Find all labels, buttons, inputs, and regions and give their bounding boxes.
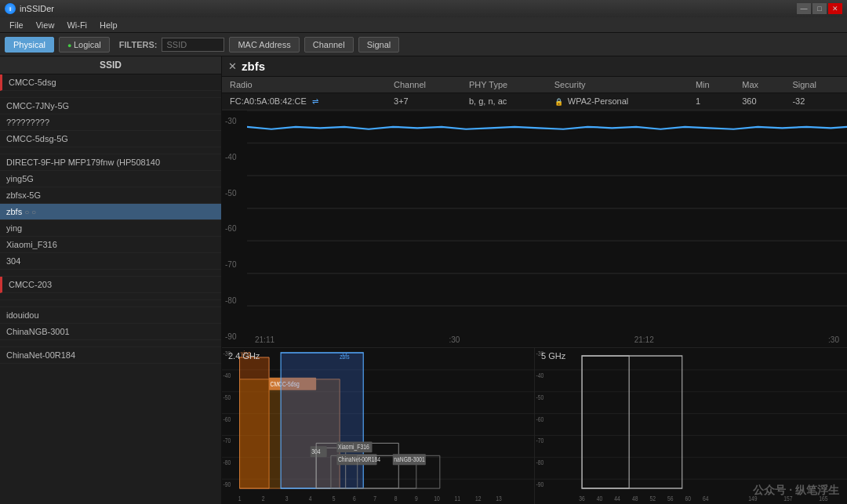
- connection-dots: ○ ○: [24, 208, 36, 216]
- svg-text:60: 60: [685, 495, 691, 502]
- menu-wifi[interactable]: Wi-Fi: [60, 19, 93, 31]
- list-item[interactable]: DIRECT-9F-HP MFP179fnw (HP508140: [0, 154, 221, 171]
- svg-text:7: 7: [373, 495, 376, 502]
- svg-text:naNGB-3001: naNGB-3001: [394, 455, 425, 463]
- svg-text:-40: -40: [224, 372, 231, 379]
- list-item[interactable]: [0, 91, 221, 98]
- signal-chart: -30 -40 -50 -60 -70 -80 -90: [222, 110, 847, 347]
- signal-svg: [247, 111, 847, 332]
- ssid-list[interactable]: CMCC-5dsg CMCC-7JNy-5G ????????? CMCC-5d…: [0, 74, 221, 504]
- svg-text:-70: -70: [536, 437, 544, 444]
- menu-file[interactable]: File: [3, 19, 30, 31]
- svg-text:56: 56: [667, 495, 674, 502]
- list-item[interactable]: ChinaNet-00R184: [0, 347, 221, 364]
- x-axis: 21:11 :30 21:12 :30: [247, 332, 847, 347]
- list-item[interactable]: [0, 293, 221, 300]
- window-controls: — □ ✕: [797, 3, 842, 14]
- detail-close-button[interactable]: ✕: [228, 60, 237, 72]
- filters-label: FILTERS:: [119, 40, 158, 49]
- spectrum-2-4-svg: -30 -40 -50 -60 -70 -80 -90 ying CMCC-5d…: [222, 348, 534, 504]
- col-min: Min: [688, 77, 734, 93]
- menu-help[interactable]: Help: [93, 19, 124, 31]
- cell-max: 360: [734, 93, 784, 110]
- detail-title: zbfs: [242, 60, 265, 73]
- filter-ssid-input[interactable]: [162, 38, 224, 52]
- spectrum-5ghz: 5 GHz -30 -40 -50 -60 -70 -80: [535, 348, 847, 504]
- svg-text:-40: -40: [536, 372, 544, 379]
- list-item[interactable]: ?????????: [0, 114, 221, 131]
- list-item[interactable]: [0, 147, 221, 154]
- list-item[interactable]: ChinaNGB-3001: [0, 324, 221, 340]
- cell-signal: -32: [784, 93, 847, 110]
- list-item[interactable]: [0, 300, 221, 307]
- svg-text:10: 10: [434, 495, 440, 502]
- svg-text:11: 11: [455, 495, 461, 502]
- list-item[interactable]: [0, 270, 221, 277]
- col-max: Max: [734, 77, 784, 93]
- filter-signal-button[interactable]: Signal: [358, 37, 400, 53]
- list-item[interactable]: CMCC-203: [0, 277, 221, 293]
- toolbar: Physical Logical FILTERS: MAC Address Ch…: [0, 33, 847, 56]
- list-item[interactable]: Xiaomi_F316: [0, 237, 221, 253]
- titlebar: i inSSIDer — □ ✕: [0, 0, 847, 17]
- svg-text:zbfs: zbfs: [340, 353, 349, 361]
- col-radio: Radio: [222, 77, 386, 93]
- spectrum-5-svg: -30 -40 -50 -60 -70 -80 -90 36 40 44 48 …: [535, 348, 847, 504]
- col-security: Security: [547, 77, 688, 93]
- svg-text:36: 36: [579, 495, 585, 502]
- svg-text:8: 8: [394, 495, 398, 502]
- svg-text:2: 2: [262, 495, 265, 502]
- connection-icon: ⇌: [312, 97, 318, 106]
- cell-min: 1: [688, 93, 734, 110]
- svg-text:-90: -90: [536, 480, 544, 488]
- list-item-zbfs[interactable]: zbfs ○ ○: [0, 204, 221, 220]
- filter-mac-button[interactable]: MAC Address: [229, 37, 299, 53]
- detail-table: Radio Channel PHY Type Security Min Max …: [222, 77, 847, 110]
- svg-text:13: 13: [496, 495, 502, 502]
- svg-text:-50: -50: [224, 393, 231, 401]
- ssid-panel-header: SSID: [0, 56, 221, 74]
- filter-channel-button[interactable]: Channel: [304, 37, 354, 53]
- physical-tab[interactable]: Physical: [5, 37, 54, 53]
- spectrum-5-label: 5 GHz: [541, 351, 565, 361]
- svg-text:-80: -80: [224, 459, 231, 466]
- col-signal: Signal: [784, 77, 847, 93]
- menu-view[interactable]: View: [30, 19, 61, 31]
- detail-header: ✕ zbfs: [222, 56, 847, 77]
- ssid-panel: SSID CMCC-5dsg CMCC-7JNy-5G ????????? CM…: [0, 56, 222, 504]
- cell-phy: b, g, n, ac: [461, 93, 547, 110]
- cell-security: 🔒 WPA2-Personal: [547, 93, 688, 110]
- list-item[interactable]: CMCC-5dsg: [0, 74, 221, 91]
- svg-text:4: 4: [309, 495, 312, 502]
- list-item[interactable]: 304: [0, 253, 221, 270]
- svg-text:5: 5: [333, 495, 336, 502]
- svg-text:40: 40: [597, 495, 603, 502]
- close-button[interactable]: ✕: [828, 3, 842, 14]
- signal-polyline: [247, 127, 847, 129]
- svg-text:-60: -60: [536, 415, 544, 423]
- svg-text:Xiaomi_F316: Xiaomi_F316: [338, 443, 369, 451]
- svg-text:-50: -50: [536, 393, 544, 401]
- lock-icon: 🔒: [554, 98, 563, 106]
- list-item[interactable]: CMCC-7JNy-5G: [0, 98, 221, 114]
- list-item[interactable]: CMCC-5dsg-5G: [0, 131, 221, 147]
- logical-tab[interactable]: Logical: [59, 37, 110, 53]
- list-item[interactable]: ying: [0, 220, 221, 237]
- svg-text:-70: -70: [224, 437, 231, 444]
- spectrum-2-4-label: 2.4 GHz: [228, 351, 260, 361]
- cell-channel: 3+7: [386, 93, 461, 110]
- minimize-button[interactable]: —: [797, 3, 811, 14]
- list-item[interactable]: ying5G: [0, 171, 221, 187]
- list-item[interactable]: [0, 340, 221, 347]
- bottom-panels: 2.4 GHz -30 -40 -50 -60 -70: [222, 347, 847, 504]
- svg-text:6: 6: [353, 495, 356, 502]
- svg-text:-80: -80: [536, 459, 544, 466]
- table-row: FC:A0:5A:0B:42:CE ⇌ 3+7 b, g, n, ac 🔒 WP…: [222, 93, 847, 110]
- list-item[interactable]: zbfsx-5G: [0, 187, 221, 204]
- list-item[interactable]: idouidou: [0, 307, 221, 324]
- cell-radio: FC:A0:5A:0B:42:CE ⇌: [222, 93, 386, 110]
- maximize-button[interactable]: □: [812, 3, 827, 14]
- svg-text:9: 9: [415, 495, 418, 502]
- spectrum-2-4ghz: 2.4 GHz -30 -40 -50 -60 -70: [222, 348, 535, 504]
- app-icon: i: [5, 3, 16, 14]
